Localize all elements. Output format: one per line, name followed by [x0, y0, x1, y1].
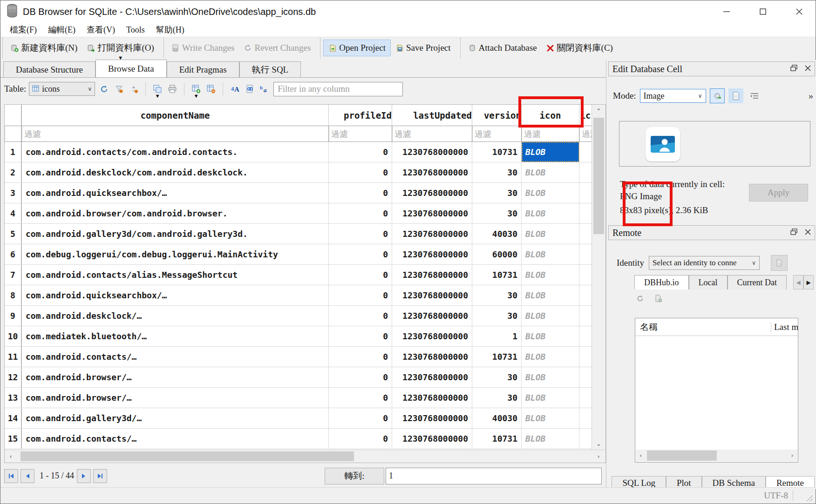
cell-componentName[interactable]: com.android.quicksearchbox/…: [22, 285, 329, 305]
cell-profileId[interactable]: 0: [329, 265, 392, 285]
tab-scroll-right-icon[interactable]: ▶: [803, 275, 814, 289]
cell-icon-blob[interactable]: BLOB: [522, 347, 579, 367]
filter-input-partial[interactable]: 過濾: [579, 126, 592, 141]
cell-icon-blob[interactable]: BLOB: [522, 306, 579, 326]
copy-record-dropdown-caret[interactable]: ▼: [155, 93, 160, 99]
cell-componentName[interactable]: com.android.contacts/alias.MessageShortc…: [22, 265, 329, 285]
minimize-button[interactable]: [721, 6, 733, 18]
cell-version[interactable]: 30: [472, 203, 522, 223]
open-database-button[interactable]: 打開資料庫(O) ▼: [82, 39, 158, 57]
cell-profileId[interactable]: 0: [329, 367, 392, 387]
tab-edit-pragmas[interactable]: Edit Pragmas: [167, 61, 239, 77]
cell-version[interactable]: 30: [472, 162, 522, 182]
cell-lastUpdated[interactable]: 1230768000000: [392, 408, 472, 428]
revert-changes-button[interactable]: Revert Changes: [239, 40, 315, 56]
cell-profileId[interactable]: 0: [329, 224, 392, 244]
cell-version[interactable]: 30: [472, 367, 522, 387]
import-data-button[interactable]: [710, 88, 725, 103]
cell-lastUpdated[interactable]: 1230768000000: [392, 265, 472, 285]
tab-browse-data[interactable]: Browse Data: [95, 60, 167, 77]
row-number-cell[interactable]: 3: [5, 183, 22, 203]
row-number-cell[interactable]: 7: [5, 265, 22, 285]
open-project-button[interactable]: Open Project: [323, 40, 391, 56]
row-number-cell[interactable]: 2: [5, 162, 22, 182]
cell-profileId[interactable]: 0: [329, 183, 392, 203]
remote-list-horizontal-scrollbar[interactable]: ‹ ›: [636, 450, 797, 462]
cell-profileId[interactable]: 0: [329, 306, 392, 326]
toolbar-overflow-chevron[interactable]: »: [809, 91, 813, 101]
cell-lastUpdated[interactable]: 1230768000000: [392, 347, 472, 367]
cell-icon-blob[interactable]: BLOB: [522, 408, 579, 428]
resize-grip[interactable]: [806, 495, 813, 501]
cell-version[interactable]: 30: [472, 285, 522, 305]
row-number-cell[interactable]: 4: [5, 203, 22, 223]
column-header-version[interactable]: version: [472, 105, 522, 126]
tab-current-database[interactable]: Current Dat: [728, 275, 787, 289]
row-number-cell[interactable]: 14: [5, 408, 22, 428]
remote-list-column-last-modified[interactable]: Last mo: [771, 322, 798, 332]
cell-componentName[interactable]: com.android.deskclock/…: [22, 306, 329, 326]
cell-version[interactable]: 1: [472, 326, 522, 346]
tab-execute-sql[interactable]: 執行 SQL: [239, 61, 301, 77]
menu-tools[interactable]: Tools: [122, 24, 150, 36]
vertical-scrollbar[interactable]: ⌃ ⌄: [592, 105, 605, 450]
cell-lastUpdated[interactable]: 1230768000000: [392, 429, 472, 449]
cell-lastUpdated[interactable]: 1230768000000: [392, 367, 472, 387]
copy-record-button[interactable]: ▼: [151, 82, 163, 96]
maximize-button[interactable]: [757, 6, 769, 18]
row-number-cell[interactable]: 11: [5, 347, 22, 367]
float-panel-icon[interactable]: [790, 65, 797, 73]
cell-profileId[interactable]: 0: [329, 408, 392, 428]
mode-select[interactable]: Image ∨: [640, 89, 706, 103]
encoding-indicator[interactable]: UTF-8: [764, 491, 793, 501]
new-database-button[interactable]: 新建資料庫(N): [6, 39, 82, 57]
cell-version[interactable]: 40030: [472, 224, 522, 244]
close-button[interactable]: [793, 6, 805, 18]
menu-view[interactable]: 查看(V): [82, 23, 120, 36]
save-project-button[interactable]: Save Project: [391, 40, 456, 56]
menu-help[interactable]: 幫助(H): [151, 23, 189, 36]
cell-profileId[interactable]: 0: [329, 285, 392, 305]
goto-record-input[interactable]: 1: [386, 468, 602, 484]
cell-version[interactable]: 10731: [472, 429, 522, 449]
cell-icon-blob[interactable]: BLOB: [522, 285, 579, 305]
row-number-cell[interactable]: 9: [5, 306, 22, 326]
cell-componentName[interactable]: com.android.contacts/…: [22, 429, 329, 449]
scroll-up-arrow-icon[interactable]: ⌃: [592, 105, 605, 117]
float-panel-icon[interactable]: [790, 228, 797, 237]
cell-componentName[interactable]: com.android.browser/…: [22, 367, 329, 387]
write-changes-button[interactable]: Write Changes: [167, 40, 239, 56]
row-number-cell[interactable]: 6: [5, 244, 22, 264]
import-certificate-button[interactable]: [771, 255, 788, 271]
refresh-button[interactable]: [98, 82, 110, 96]
filter-input-version[interactable]: 過濾: [472, 126, 522, 141]
filter-input-icon[interactable]: 過濾: [522, 126, 579, 141]
remote-refresh-icon[interactable]: [636, 295, 644, 305]
cell-icon-blob[interactable]: BLOB: [522, 367, 579, 387]
close-database-button[interactable]: 關閉資料庫(C): [542, 39, 618, 57]
cell-componentName[interactable]: com.android.contacts/…: [22, 347, 329, 367]
row-number-cell[interactable]: 5: [5, 224, 22, 244]
cell-icon-blob[interactable]: BLOB: [522, 326, 579, 346]
column-header-lastUpdated[interactable]: lastUpdated: [392, 105, 472, 126]
apply-button[interactable]: Apply: [749, 184, 808, 202]
filter-input-profileId[interactable]: 過濾: [329, 126, 392, 141]
cell-lastUpdated[interactable]: 1230768000000: [392, 142, 472, 162]
cell-icon-blob[interactable]: BLOB: [522, 183, 579, 203]
cell-profileId[interactable]: 0: [329, 326, 392, 346]
cell-version[interactable]: 30: [472, 388, 522, 408]
goto-button[interactable]: 轉到:: [325, 468, 384, 484]
cell-profileId[interactable]: 0: [329, 203, 392, 223]
cell-profileId[interactable]: 0: [329, 388, 392, 408]
cell-lastUpdated[interactable]: 1230768000000: [392, 203, 472, 223]
identity-select[interactable]: Select an identity to conne ∨: [649, 256, 760, 270]
cell-icon-blob[interactable]: BLOB: [522, 203, 579, 223]
close-panel-icon[interactable]: [805, 228, 811, 237]
cell-profileId[interactable]: 0: [329, 162, 392, 182]
delete-record-button[interactable]: [205, 82, 217, 96]
insert-record-button[interactable]: ▼: [190, 82, 202, 96]
cell-icon-blob[interactable]: BLOB: [522, 244, 579, 264]
cell-profileId[interactable]: 0: [329, 244, 392, 264]
scroll-left-arrow-icon[interactable]: ‹: [5, 450, 17, 463]
cell-profileId[interactable]: 0: [329, 429, 392, 449]
